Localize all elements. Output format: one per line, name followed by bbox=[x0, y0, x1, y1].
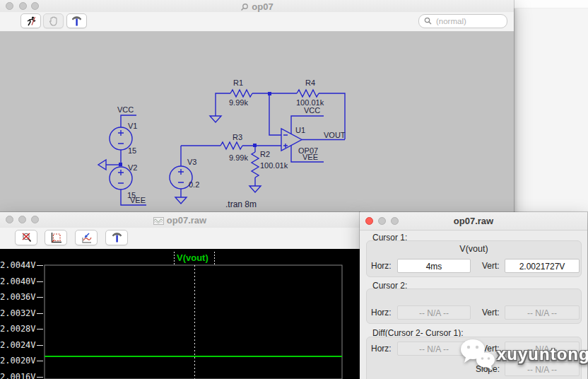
cursor1-trace-name: V(vout) bbox=[366, 244, 582, 254]
search-box[interactable] bbox=[418, 14, 507, 28]
v3-value: 0.2 bbox=[189, 180, 199, 189]
plot-settings-button[interactable] bbox=[105, 230, 128, 245]
hammer-icon bbox=[71, 16, 83, 27]
opamp-vcc-pin-label: VCC bbox=[304, 106, 320, 115]
waveform-doc-icon bbox=[153, 216, 164, 227]
u1-ref: U1 bbox=[295, 126, 305, 134]
pan-button[interactable] bbox=[43, 13, 64, 28]
watermark-text: xuyuntong bbox=[497, 344, 588, 364]
plot-surface: V(vout) bbox=[0, 249, 360, 379]
window-title: op07.raw bbox=[0, 215, 360, 227]
cursor2-vert-field[interactable]: -- N/A -- bbox=[505, 305, 580, 320]
net-label-vee-rail: VEE bbox=[130, 196, 146, 204]
zoom-cancel-icon bbox=[20, 232, 33, 243]
cursor1-horz-field[interactable]: 4ms bbox=[397, 259, 471, 273]
cursor2-vert-label: Vert: bbox=[482, 308, 500, 317]
r3-value: 9.99k bbox=[229, 153, 248, 162]
circuit-drawing: VCC V1 15 V2 15 VEE V3 0.2 R1 9.99k R4 1… bbox=[0, 32, 514, 221]
net-label-vout: VOUT bbox=[324, 131, 346, 139]
zoom-off-button[interactable] bbox=[15, 230, 37, 245]
zoom-area-button[interactable] bbox=[45, 230, 67, 245]
schematic-toolbar bbox=[0, 12, 514, 32]
waveform-titlebar[interactable]: op07.raw bbox=[0, 212, 360, 228]
waveform-window: op07.raw bbox=[0, 212, 360, 379]
v1-value: 15 bbox=[128, 146, 136, 155]
diff-horz-label: Horz: bbox=[371, 344, 392, 354]
tools-button[interactable] bbox=[66, 13, 87, 28]
cursor1-vert-label: Vert: bbox=[482, 261, 500, 271]
cursor2-horz-field[interactable]: -- N/A -- bbox=[397, 305, 471, 320]
search-input[interactable] bbox=[435, 16, 505, 27]
r2-value: 100.01k bbox=[260, 161, 288, 170]
schematic-titlebar[interactable]: op07 bbox=[0, 0, 514, 13]
cursor2-horz-label: Horz: bbox=[371, 308, 392, 317]
r4-ref: R4 bbox=[305, 78, 315, 87]
net-label-vcc-rail: VCC bbox=[117, 105, 134, 114]
background-window-titlebar bbox=[514, 0, 588, 8]
watermark: xuyuntong bbox=[459, 337, 588, 372]
v2-ref: V2 bbox=[128, 163, 137, 172]
zoom-box-icon bbox=[50, 232, 62, 244]
autorange-button[interactable] bbox=[75, 230, 98, 245]
hammer-icon bbox=[111, 232, 123, 243]
schematic-canvas[interactable]: VCC V1 15 V2 15 VEE V3 0.2 R1 9.99k R4 1… bbox=[0, 32, 514, 221]
hand-icon bbox=[49, 16, 59, 26]
window-title: op07.raw bbox=[360, 216, 587, 226]
v3-ref: V3 bbox=[187, 158, 196, 166]
spice-directive: .tran 8m bbox=[225, 199, 257, 209]
r2-ref: R2 bbox=[260, 150, 270, 158]
wechat-icon bbox=[459, 337, 497, 372]
opamp-vee-pin-label: VEE bbox=[302, 153, 318, 161]
r3-ref: R3 bbox=[233, 133, 242, 141]
search-icon bbox=[424, 17, 432, 25]
run-button[interactable] bbox=[20, 13, 41, 28]
waveform-plot[interactable]: 2.0044V2.0040V2.0036V2.0032V2.0028V2.002… bbox=[0, 249, 360, 379]
waveform-toolbar: x = 8.347ms y = 2.003758V bbox=[0, 228, 360, 250]
v1-ref: V1 bbox=[128, 122, 137, 130]
schematic-window: op07 bbox=[0, 0, 514, 221]
cursor1-vert-field[interactable]: 2.0021727V bbox=[505, 259, 580, 273]
trace-legend-label[interactable]: V(vout) bbox=[177, 252, 208, 263]
cursor-titlebar[interactable]: op07.raw bbox=[360, 212, 587, 231]
autorange-icon bbox=[81, 232, 93, 244]
desktop: op07 bbox=[0, 0, 588, 379]
background-window bbox=[514, 0, 588, 212]
r1-ref: R1 bbox=[233, 78, 243, 87]
run-icon bbox=[25, 16, 37, 27]
cursor1-horz-label: Horz: bbox=[371, 261, 392, 271]
r1-value: 9.99k bbox=[229, 98, 248, 107]
